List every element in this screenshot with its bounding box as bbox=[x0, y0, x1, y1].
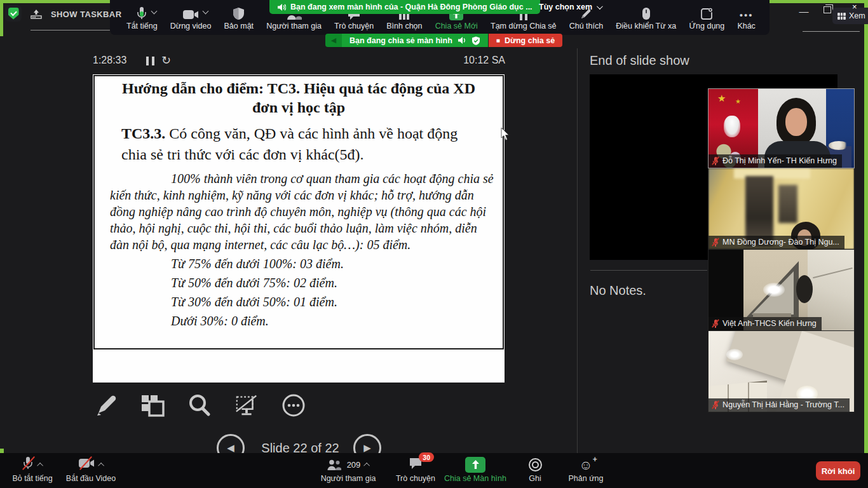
video-tile[interactable]: Việt Anh-THCS Kiến Hưng bbox=[708, 250, 855, 331]
muted-mic-icon bbox=[712, 238, 719, 247]
share-screen-button[interactable]: Chia sẻ Màn hình bbox=[437, 456, 513, 483]
black-screen-button[interactable] bbox=[234, 391, 259, 419]
zoom-slide-button[interactable] bbox=[187, 391, 212, 419]
antivirus-shield-icon[interactable] bbox=[5, 5, 22, 22]
notes-divider bbox=[590, 270, 707, 271]
collapse-left-icon: ◀ bbox=[331, 36, 336, 44]
clock: 10:12 SA bbox=[445, 55, 505, 66]
slide-criterion: TC3.3. Có công văn, QĐ và các hình ảnh v… bbox=[121, 123, 472, 165]
chevron-up-icon[interactable] bbox=[363, 462, 370, 468]
reactions-button[interactable]: ☺+ Phản ứng bbox=[560, 456, 611, 483]
notes-text: No Notes. bbox=[590, 283, 646, 298]
share-border-left bbox=[0, 0, 3, 36]
magnifier-icon bbox=[187, 393, 212, 418]
participant-name-tag: Nguyễn Thị Hải Hằng - Trường T... bbox=[709, 398, 850, 412]
pen-tool-button[interactable] bbox=[93, 391, 118, 419]
end-of-slideshow-label: End of slide show bbox=[590, 53, 689, 68]
pen-icon bbox=[93, 393, 118, 418]
video-tile[interactable]: MN Đồng Dương- Đào Thị Ngu... bbox=[708, 168, 855, 250]
participants-button[interactable]: 209 Người tham gia bbox=[315, 456, 381, 483]
sharing-banner: ◀ Bạn đang chia sẻ màn hình ■ Dừng chia … bbox=[325, 34, 562, 47]
mouse-cursor bbox=[501, 128, 510, 144]
share-border-right bbox=[864, 3, 868, 453]
chevron-down-icon[interactable] bbox=[151, 8, 158, 14]
zoom-meeting-window: SHOW TASKBAR Tắt tiếng bbox=[0, 0, 868, 488]
viewing-screen-banner: Bạn đang xem màn hình của - Quận Hà Đông… bbox=[269, 0, 540, 14]
video-tile[interactable]: Nguyễn Thị Hải Hằng - Trường T... bbox=[708, 331, 855, 412]
monitor-slash-icon bbox=[234, 393, 259, 418]
current-slide: Hướng dẫn cho điểm: TC3. Hiệu quả tác độ… bbox=[93, 74, 505, 383]
taskbar-underline bbox=[31, 30, 110, 30]
mute-button[interactable]: Tắt tiếng bbox=[126, 6, 158, 30]
restore-window-button[interactable] bbox=[824, 6, 831, 13]
taskbar-arrow-icon bbox=[31, 9, 42, 19]
more-options-button[interactable] bbox=[281, 391, 306, 419]
restart-timer-button[interactable]: ↻ bbox=[161, 53, 171, 67]
show-taskbar-button[interactable]: SHOW TASKBAR bbox=[31, 9, 121, 19]
grid-view-icon bbox=[837, 13, 846, 20]
slide-thumbnails-icon bbox=[140, 393, 165, 418]
participant-name-tag: MN Đồng Dương- Đào Thị Ngu... bbox=[709, 236, 844, 249]
smiley-plus-icon: ☺+ bbox=[579, 458, 592, 471]
presentation-timer: 1:28:33 bbox=[93, 55, 126, 66]
chat-button[interactable]: 30 Trò chuyện bbox=[391, 456, 440, 483]
video-tile[interactable]: ★ ★ Đỗ Thị Minh Yến- TH Kiến Hưng bbox=[708, 88, 855, 168]
presenter-tools bbox=[93, 391, 306, 419]
participant-name-tag: Đỗ Thị Minh Yến- TH Kiến Hưng bbox=[709, 154, 842, 168]
shield-check-icon bbox=[471, 36, 480, 45]
viewing-banner-text: Bạn đang xem màn hình của - Quận Hà Đông… bbox=[290, 3, 532, 11]
prev-icon: ◀ bbox=[227, 442, 234, 454]
record-button[interactable]: Ghi bbox=[517, 456, 553, 483]
leave-meeting-button[interactable]: Rời khỏi bbox=[816, 461, 860, 480]
video-camera-icon bbox=[182, 9, 199, 20]
mic-level-indicator bbox=[140, 11, 144, 17]
slide-title: Hướng dẫn cho điểm: TC3. Hiệu quả tác độ… bbox=[100, 79, 498, 117]
window-underline bbox=[803, 31, 860, 32]
close-icon[interactable]: × bbox=[852, 2, 857, 11]
chevron-up-icon[interactable] bbox=[98, 462, 104, 468]
chat-unread-badge: 30 bbox=[419, 452, 434, 462]
speaker-icon bbox=[277, 3, 286, 11]
sharing-banner-body: Bạn đang chia sẻ màn hình bbox=[342, 34, 488, 47]
participant-count: 209 bbox=[347, 460, 361, 470]
start-video-button[interactable]: Bắt đầu Video bbox=[62, 456, 119, 483]
stop-share-button[interactable]: ■ Dừng chia sẻ bbox=[488, 34, 562, 47]
view-options-button[interactable]: Tùy chọn xem bbox=[539, 0, 601, 14]
next-icon: ▶ bbox=[363, 442, 371, 454]
remote-control-mouse-icon bbox=[642, 7, 651, 20]
view-layout-button[interactable]: Xem bbox=[832, 8, 868, 24]
sharing-banner-text: Bạn đang chia sẻ màn hình bbox=[349, 36, 452, 45]
unmute-button[interactable]: Bỏ tắt tiếng bbox=[8, 456, 57, 483]
more-dots-icon: ••• bbox=[740, 6, 754, 20]
pause-timer-button[interactable] bbox=[144, 57, 156, 68]
shield-icon bbox=[233, 7, 245, 20]
stop-icon: ■ bbox=[496, 37, 500, 44]
muted-mic-icon bbox=[712, 400, 719, 409]
slide-paragraph: 100% thành viên trong cơ quan tham gia c… bbox=[110, 170, 494, 253]
muted-mic-icon bbox=[712, 156, 719, 165]
apps-icon bbox=[700, 8, 713, 20]
ellipsis-circle-icon bbox=[281, 393, 306, 418]
chevron-up-icon[interactable] bbox=[37, 462, 43, 468]
participant-name-tag: Việt Anh-THCS Kiến Hưng bbox=[709, 317, 822, 330]
slide-text-frame: Hướng dẫn cho điểm: TC3. Hiệu quả tác độ… bbox=[93, 75, 504, 349]
stop-video-button[interactable]: Dừng video bbox=[170, 6, 212, 30]
record-icon bbox=[529, 458, 542, 471]
collapse-banner-button[interactable]: ◀ bbox=[325, 34, 342, 47]
panel-divider bbox=[577, 48, 578, 453]
chevron-down-icon[interactable] bbox=[203, 8, 209, 14]
participant-video-strip: ★ ★ Đỗ Thị Minh Yến- TH Kiến Hưng MN Đ bbox=[708, 88, 855, 412]
slide-score-tiers: Từ 75% đến dưới 100%: 03 điểm. Từ 50% đế… bbox=[171, 254, 503, 330]
meeting-bottom-toolbar: Bỏ tắt tiếng Bắt đầu Video bbox=[0, 453, 868, 488]
share-screen-icon bbox=[465, 457, 485, 473]
show-taskbar-label: SHOW TASKBAR bbox=[51, 10, 121, 19]
speaker-icon bbox=[458, 36, 466, 44]
remote-control-button[interactable]: Điều khiển Từ xa bbox=[616, 6, 676, 30]
muted-mic-icon bbox=[712, 319, 719, 328]
slide-sorter-button[interactable] bbox=[140, 391, 165, 419]
more-button[interactable]: ••• Khác bbox=[737, 6, 756, 30]
participants-icon bbox=[327, 459, 342, 471]
apps-button[interactable]: Ứng dụng bbox=[689, 6, 724, 30]
security-button[interactable]: Bảo mật bbox=[224, 6, 254, 30]
minimize-button[interactable]: — bbox=[796, 4, 812, 18]
